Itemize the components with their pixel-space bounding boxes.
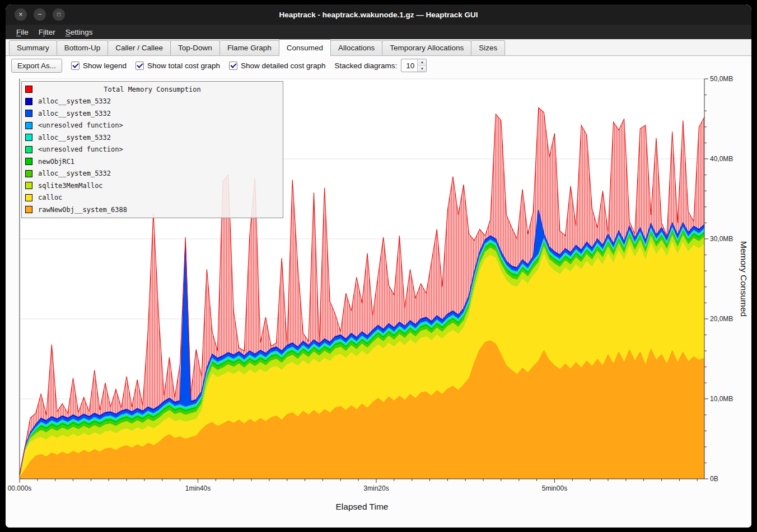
tab-bar: SummaryBottom-UpCaller / CalleeTop-DownF… [6,39,751,56]
tab-flame-graph[interactable]: Flame Graph [219,40,279,55]
app-window: ×−□ Heaptrack - heaptrack.wakunode.1.gz … [6,4,751,528]
legend-swatch [25,122,32,129]
svg-text:0B: 0B [710,475,718,483]
menu-file[interactable]: File [11,26,34,38]
tab-consumed[interactable]: Consumed [279,39,331,56]
menu-settings[interactable]: Settings [60,26,98,38]
stacked-diagrams-label: Stacked diagrams: [335,62,398,70]
checkbox-label: Show detailed cost graph [241,62,326,70]
legend-label: <unresolved function> [38,145,123,153]
checkbox-show-total-cost-graph[interactable] [135,62,144,70]
svg-text:3min20s: 3min20s [363,484,389,492]
stacked-diagrams-control: Stacked diagrams: 10 ▲ ▼ [335,59,427,72]
tab-caller-callee[interactable]: Caller / Callee [108,40,171,55]
legend-swatch [25,194,32,201]
svg-text:40,0MB: 40,0MB [710,155,733,163]
legend-swatch [25,182,32,189]
checkbox-label: Show legend [83,62,127,70]
legend-swatch [25,134,32,141]
legend-swatch [25,158,32,165]
tab-sizes[interactable]: Sizes [471,40,505,55]
legend-item: <unresolved function> [22,120,283,132]
legend-label: alloc__system_5332 [38,134,111,142]
close-button[interactable]: × [15,8,27,21]
legend-label: calloc [38,194,62,201]
legend-item: alloc__system_5332 [22,96,283,108]
stacked-diagrams-value[interactable]: 10 [401,59,417,72]
legend-label: <unresolved function> [38,121,123,129]
minimize-button[interactable]: − [34,8,46,21]
checkbox-label: Show total cost graph [147,62,220,70]
legend-label: alloc__system_5332 [38,170,111,177]
maximize-button[interactable]: □ [53,8,65,21]
checkbox-show-detailed-cost-graph[interactable] [229,62,237,70]
x-axis-title: Elapsed Time [20,502,704,512]
legend-item: calloc [22,192,283,204]
checkbox-show-legend[interactable] [71,62,80,70]
legend-item: rawNewObj__system_6388 [22,204,283,216]
menu-bar: FileFilterSettings [6,25,751,39]
toolbar-checkboxes: Show legendShow total cost graphShow det… [71,62,326,70]
tab-top-down[interactable]: Top-Down [170,40,220,55]
legend-label: alloc__system_5332 [38,110,111,117]
check-show-total-cost-graph: Show total cost graph [135,62,220,70]
svg-text:10,0MB: 10,0MB [710,395,733,403]
toolbar: Export As... Show legendShow total cost … [6,56,751,75]
chart-area: 00.000s1min40s3min20s5min00s0B10,0MB20,0… [6,75,751,528]
spinbox-steppers: ▲ ▼ [417,59,426,72]
y-axis-title: Memory Consumed [736,79,751,479]
export-as-button[interactable]: Export As... [11,59,62,73]
tab-summary[interactable]: Summary [9,40,57,55]
legend-swatch [25,170,32,177]
window-controls: ×−□ [15,8,65,21]
svg-text:00.000s: 00.000s [8,484,32,492]
title-bar: ×−□ Heaptrack - heaptrack.wakunode.1.gz … [6,4,751,25]
legend-swatch [25,98,32,105]
legend-item: alloc__system_5332 [22,168,283,180]
legend-item: <unresolved function> [22,144,283,156]
legend-label: alloc__system_5332 [38,97,111,105]
chart-legend: Total Memory Consumptionalloc__system_53… [21,81,283,218]
legend-swatch [25,206,32,213]
svg-text:5min00s: 5min00s [542,484,567,492]
tab-temporary-allocations[interactable]: Temporary Allocations [382,40,471,55]
legend-item: sqlite3MemMalloc [22,180,283,192]
legend-item: alloc__system_5332 [22,131,283,144]
legend-label: Total Memory Consumption [39,86,266,93]
svg-text:20,0MB: 20,0MB [710,315,733,323]
check-show-legend: Show legend [71,62,127,70]
legend-swatch [25,110,32,117]
legend-item: newObjRC1 [22,156,283,168]
legend-swatch [25,146,32,153]
tab-allocations[interactable]: Allocations [330,40,382,55]
menu-filter[interactable]: Filter [34,26,60,38]
stacked-diagrams-spinbox[interactable]: 10 ▲ ▼ [401,59,427,72]
spinbox-down-button[interactable]: ▼ [418,66,426,72]
svg-text:1min40s: 1min40s [185,484,211,492]
check-show-detailed-cost-graph: Show detailed cost graph [229,62,326,70]
window-title: Heaptrack - heaptrack.wakunode.1.gz — He… [279,11,478,19]
svg-text:30,0MB: 30,0MB [710,235,733,243]
legend-swatch [25,86,32,93]
tab-bottom-up[interactable]: Bottom-Up [57,40,109,55]
legend-label: sqlite3MemMalloc [38,182,103,190]
legend-title-row: Total Memory Consumption [22,83,283,96]
legend-item: alloc__system_5332 [22,107,283,120]
legend-label: newObjRC1 [38,158,74,166]
legend-label: rawNewObj__system_6388 [38,206,127,214]
svg-text:50,0MB: 50,0MB [710,75,733,83]
spinbox-up-button[interactable]: ▲ [418,59,426,66]
